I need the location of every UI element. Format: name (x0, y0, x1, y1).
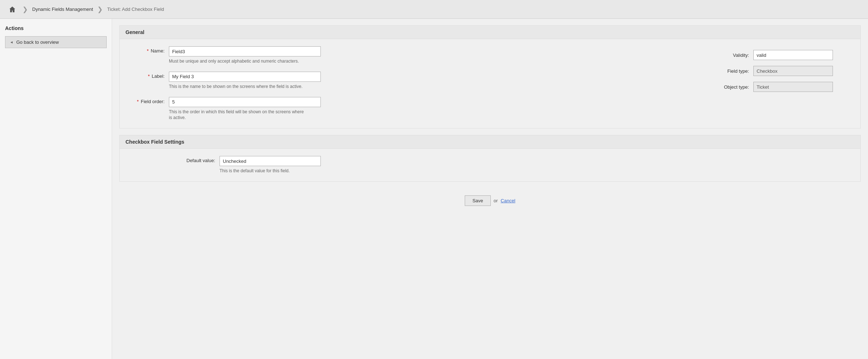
name-hint: Must be unique and only accept alphabeti… (169, 58, 306, 64)
default-value-hint: This is the default value for this field… (220, 168, 357, 174)
general-section-header: General (120, 26, 860, 39)
field-order-required-indicator: * (137, 99, 139, 104)
field-type-label: Field type: (717, 68, 753, 74)
checkbox-settings-header: Checkbox Field Settings (120, 135, 860, 149)
general-right-column: Validity: Field type: Object type: (717, 46, 855, 121)
field-order-label: * Field order: (125, 97, 169, 104)
go-back-button[interactable]: ◄ Go back to overview (5, 36, 107, 48)
field-order-input[interactable] (169, 97, 321, 107)
content-area: General * Name: Must be unique and only … (112, 19, 868, 359)
object-type-input (753, 82, 833, 92)
name-field-row: * Name: Must be unique and only accept a… (125, 46, 710, 64)
validity-label: Validity: (717, 52, 753, 58)
breadcrumb-current-page: Ticket: Add Checkbox Field (105, 6, 166, 13)
general-left-column: * Name: Must be unique and only accept a… (125, 46, 710, 121)
label-input[interactable] (169, 72, 321, 82)
name-input[interactable] (169, 46, 321, 56)
main-layout: Actions ◄ Go back to overview General * … (0, 19, 868, 359)
validity-row: Validity: (717, 50, 855, 60)
field-type-input (753, 66, 833, 76)
default-value-input[interactable] (220, 156, 321, 166)
field-order-row: * Field order: This is the order in whic… (125, 97, 710, 121)
name-field-content: Must be unique and only accept alphabeti… (169, 46, 321, 64)
field-order-content: This is the order in which this field wi… (169, 97, 321, 121)
checkbox-settings-section: Checkbox Field Settings Default value: T… (119, 135, 861, 182)
object-type-row: Object type: (717, 82, 855, 92)
field-order-hint: This is the order in which this field wi… (169, 109, 306, 121)
save-area: Save or Cancel (119, 188, 861, 213)
object-type-label: Object type: (717, 84, 753, 90)
name-required-indicator: * (147, 48, 149, 54)
sidebar-title: Actions (5, 25, 107, 31)
breadcrumb-separator-2: ❯ (97, 5, 103, 13)
default-value-row: Default value: This is the default value… (125, 156, 855, 174)
back-arrow-icon: ◄ (10, 40, 13, 44)
home-icon[interactable] (4, 1, 20, 17)
general-section: General * Name: Must be unique and only … (119, 25, 861, 128)
label-required-indicator: * (148, 73, 150, 79)
label-field-row: * Label: This is the name to be shown on… (125, 72, 710, 90)
field-type-row: Field type: (717, 66, 855, 76)
validity-input[interactable] (753, 50, 833, 60)
checkbox-settings-body: Default value: This is the default value… (120, 149, 860, 181)
sidebar: Actions ◄ Go back to overview (0, 19, 112, 359)
label-hint: This is the name to be shown on the scre… (169, 84, 306, 90)
name-label: * Name: (125, 46, 169, 54)
breadcrumb-bar: ❯ Dynamic Fields Management ❯ Ticket: Ad… (0, 0, 868, 19)
or-text: or (494, 198, 498, 203)
default-value-content: This is the default value for this field… (220, 156, 371, 174)
go-back-label: Go back to overview (16, 39, 59, 45)
breadcrumb-dynamic-fields[interactable]: Dynamic Fields Management (30, 6, 95, 13)
default-value-label: Default value: (176, 156, 220, 163)
breadcrumb-separator-1: ❯ (22, 5, 28, 13)
label-field-content: This is the name to be shown on the scre… (169, 72, 321, 90)
cancel-link[interactable]: Cancel (501, 198, 515, 203)
general-section-body: * Name: Must be unique and only accept a… (120, 39, 860, 128)
save-button[interactable]: Save (465, 195, 491, 206)
label-label: * Label: (125, 72, 169, 79)
